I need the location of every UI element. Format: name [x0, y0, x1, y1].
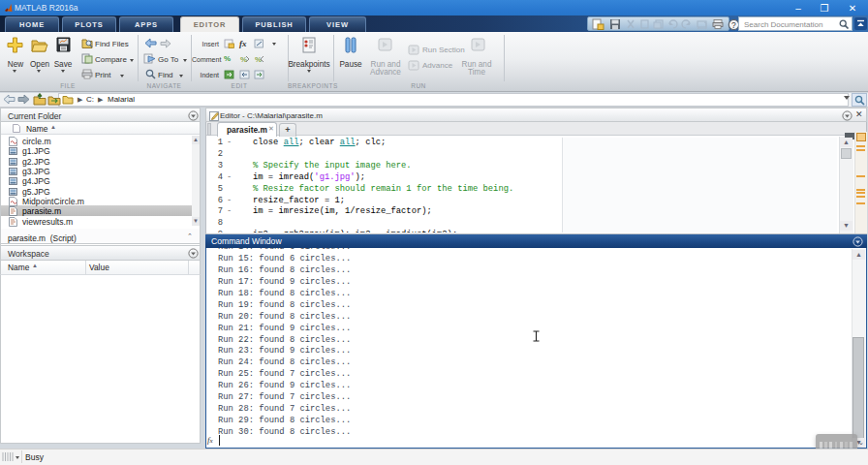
svg-text:?: ? — [731, 20, 736, 30]
